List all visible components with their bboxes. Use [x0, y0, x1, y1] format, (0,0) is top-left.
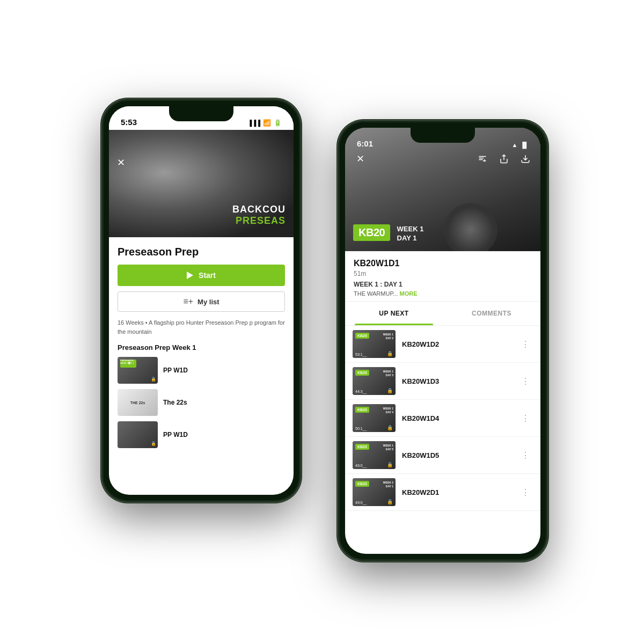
svg-rect-4: [483, 160, 486, 162]
signal-icon: ▐▐▐: [248, 120, 260, 126]
back-thumb-3: 🔒: [118, 421, 158, 448]
front-item-info-3: KB20W1D4: [402, 414, 518, 422]
svg-rect-1: [479, 158, 484, 159]
back-item-title-2: The 22s: [163, 399, 187, 406]
mylist-label: My list: [197, 298, 219, 306]
front-item-title-5: KB20W2D1: [402, 488, 518, 496]
front-item-title-1: KB20W1D2: [402, 340, 518, 348]
week-day-mini-2: WEEK 1DAY 3: [383, 370, 393, 377]
notch-back: [169, 106, 233, 121]
list-item[interactable]: 🔒 PP W1D: [118, 421, 285, 448]
hero-line2: PRESEAS: [232, 215, 286, 226]
lock-icon-1: 🔒: [151, 377, 156, 382]
front-thumb-5: KB20 WEEK 2DAY 1 49:0__ 🔒: [353, 478, 396, 506]
week-day-mini-1: WEEK 1DAY 2: [383, 333, 393, 340]
front-item-title-2: KB20W1D3: [402, 377, 518, 385]
back-mylist-button[interactable]: ≡+ My list: [118, 291, 285, 312]
more-options-1[interactable]: ⋮: [518, 337, 533, 352]
list-item[interactable]: 🔒 PP W1D: [118, 357, 285, 384]
front-item-info-1: KB20W1D2: [402, 340, 518, 348]
front-thumb-1: KB20 WEEK 1DAY 2 53:1__ 🔒: [353, 330, 396, 358]
back-item-title-3: PP W1D: [163, 431, 188, 438]
list-item[interactable]: KB20 WEEK 1DAY 4 50:1__ 🔒 KB20W1D4 ⋮: [345, 400, 540, 437]
status-time-back: 5:53: [121, 118, 137, 127]
more-options-5[interactable]: ⋮: [518, 485, 533, 500]
list-item[interactable]: KB20 WEEK 1DAY 5 49:0__ 🔒 KB20W1D5 ⋮: [345, 437, 540, 474]
front-item-info-2: KB20W1D3: [402, 377, 518, 385]
more-options-3[interactable]: ⋮: [518, 411, 533, 426]
list-item[interactable]: The 22s: [118, 389, 285, 416]
wifi-icon-front: ▲: [512, 142, 518, 148]
week-day-mini-5: WEEK 2DAY 1: [383, 481, 393, 488]
thumb-duration-5: 49:0__: [355, 501, 367, 504]
front-week-label: WEEK 1 : DAY 1: [354, 281, 532, 288]
status-bar-front: 6:01 ▲ ▐▌: [345, 128, 540, 151]
front-close-button[interactable]: ✕: [353, 151, 368, 166]
kb20-badge: KB20: [353, 224, 390, 241]
back-item-title-1: PP W1D: [163, 367, 188, 374]
kb20-mini-2: KB20: [355, 370, 369, 376]
thumb-duration-1: 53:1__: [355, 353, 367, 356]
download-icon[interactable]: [518, 151, 533, 166]
more-options-2[interactable]: ⋮: [518, 374, 533, 389]
list-add-icon[interactable]: [475, 151, 490, 166]
lock-icon-front-2: 🔒: [387, 388, 393, 393]
status-icons-front: ▲ ▐▌: [512, 142, 529, 148]
kb20-mini-1: KB20: [355, 333, 369, 339]
scene: 5:53 ▐▐▐ 📶 🔋 ✕ BACKCOU PRESEAS: [80, 67, 564, 577]
list-item[interactable]: KB20 WEEK 1DAY 3 44:3__ 🔒 KB20W1D3 ⋮: [345, 363, 540, 400]
thumb-duration-2: 44:3__: [355, 390, 367, 393]
status-time-front: 6:01: [357, 139, 373, 148]
front-tabs: UP NEXT COMMENTS: [345, 302, 540, 326]
list-item[interactable]: KB20 WEEK 2DAY 1 49:0__ 🔒 KB20W2D1 ⋮: [345, 474, 540, 511]
lock-icon-front-5: 🔒: [387, 499, 393, 504]
lock-icon-front-4: 🔒: [387, 462, 393, 467]
week-day-badge: WEEK 1 DAY 1: [397, 225, 424, 243]
front-hero-overlay: KB20 WEEK 1 DAY 1: [353, 224, 423, 243]
week-day-mini-3: WEEK 1DAY 4: [383, 407, 393, 414]
back-section-title: Preseason Prep Week 1: [118, 343, 285, 352]
mylist-plus-icon: ≡+: [183, 297, 193, 306]
tab-up-next[interactable]: UP NEXT: [345, 302, 443, 325]
week-day-mini-4: WEEK 1DAY 5: [383, 444, 393, 451]
lock-icon-front-1: 🔒: [387, 351, 393, 356]
front-item-title-4: KB20W1D5: [402, 451, 518, 459]
status-icons-back: ▐▐▐ 📶 🔋: [248, 119, 282, 127]
tab-comments[interactable]: COMMENTS: [443, 302, 540, 325]
battery-icon-front: ▐▌: [520, 142, 529, 148]
front-item-title-3: KB20W1D4: [402, 414, 518, 422]
lock-icon-front-3: 🔒: [387, 425, 393, 430]
back-close-button[interactable]: ✕: [117, 157, 125, 169]
hero-line1: BACKCOU: [232, 204, 286, 215]
front-thumb-2: KB20 WEEK 1DAY 3 44:3__ 🔒: [353, 367, 396, 395]
list-item[interactable]: KB20 WEEK 1DAY 2 53:1__ 🔒 KB20W1D2 ⋮: [345, 326, 540, 363]
front-up-next-list: KB20 WEEK 1DAY 2 53:1__ 🔒 KB20W1D2 ⋮: [345, 326, 540, 554]
back-series-title: Preseason Prep: [118, 246, 285, 258]
front-description: THE WARMUP... MORE: [354, 290, 532, 297]
phone-front: 6:01 ▲ ▐▌ ✕: [338, 121, 547, 561]
front-item-info-4: KB20W1D5: [402, 451, 518, 459]
battery-icon: 🔋: [274, 119, 282, 127]
back-description: 16 Weeks • A flagship pro Hunter Preseas…: [118, 318, 285, 336]
lock-icon-3: 🔒: [151, 441, 156, 447]
back-hero-title: BACKCOU PRESEAS: [232, 204, 286, 226]
front-thumb-4: KB20 WEEK 1DAY 5 49:0__ 🔒: [353, 441, 396, 469]
more-link[interactable]: MORE: [400, 290, 418, 297]
front-item-info-5: KB20W2D1: [402, 488, 518, 496]
toolbar-right: [475, 151, 533, 166]
play-icon: [187, 272, 193, 279]
thumb-duration-3: 50:1__: [355, 427, 367, 430]
svg-rect-2: [479, 159, 483, 160]
back-hero: ✕ BACKCOU PRESEAS: [109, 130, 294, 237]
kb20-mini-3: KB20: [355, 407, 369, 413]
front-thumb-3: KB20 WEEK 1DAY 4 50:1__ 🔒: [353, 404, 396, 432]
kb20-mini-4: KB20: [355, 444, 369, 450]
kb20-mini-5: KB20: [355, 481, 369, 487]
more-options-4[interactable]: ⋮: [518, 448, 533, 463]
back-play-button[interactable]: Start: [118, 265, 285, 286]
front-duration: 51m: [354, 270, 532, 277]
share-icon[interactable]: [496, 151, 511, 166]
back-content: Preseason Prep Start ≡+ My list 16 Weeks…: [109, 237, 294, 495]
back-thumb-1: 🔒: [118, 357, 158, 384]
svg-rect-0: [479, 156, 486, 157]
